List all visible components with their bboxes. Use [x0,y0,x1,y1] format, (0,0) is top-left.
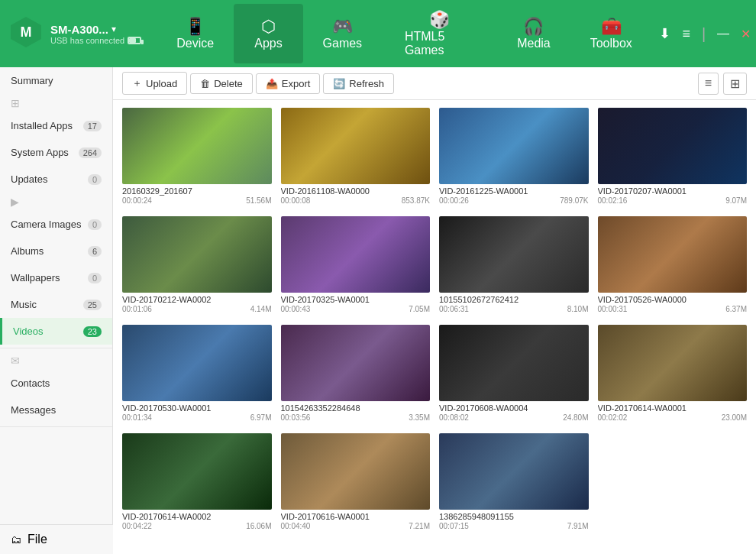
sidebar-section-comm: ✉ [0,352,112,370]
video-info: VID-20170614-WA0001 00:02:02 23.00M [598,401,748,424]
close-button[interactable]: ✕ [741,27,751,41]
nav-media-label: Media [517,37,551,50]
video-info: 10154263352284648 00:03:56 3.35M [281,401,431,424]
sidebar-item-system-apps[interactable]: System Apps 264 [0,139,112,166]
installed-apps-badge: 17 [83,121,102,131]
nav-html5[interactable]: 🎲 HTML5 Games [382,4,497,63]
video-size: 3.35M [409,413,430,422]
video-duration: 00:03:56 [281,413,311,422]
thumb-inner [122,433,272,510]
usb-status: USB has connected [50,36,124,45]
video-name: VID-20170212-WA0002 [122,295,272,304]
export-button[interactable]: 📤 Export [256,73,321,94]
video-size: 853.87K [402,196,430,205]
file-button[interactable]: 🗂 File [11,533,102,546]
separator: | [702,25,706,43]
camera-images-label: Camera Images [11,219,81,230]
video-card[interactable]: VID-20170325-WA0001 00:00:43 7.05M [281,216,431,316]
video-card[interactable]: 10154263352284648 00:03:56 3.35M [281,325,431,424]
apps-icon: ⬡ [261,17,276,37]
video-name: VID-20161108-WA0000 [281,186,431,196]
media-icon: 🎧 [523,17,544,37]
video-card[interactable]: 20160329_201607 00:00:24 51.56M [122,108,272,207]
summary-label: Summary [11,75,53,86]
video-info: VID-20170325-WA0001 00:00:43 7.05M [281,293,431,316]
sidebar-item-camera-images[interactable]: Camera Images 0 [0,211,112,238]
nav-device[interactable]: 📱 Device [157,4,234,63]
minimize-button[interactable]: — [717,27,729,40]
video-card[interactable]: VID-20170614-WA0001 00:02:02 23.00M [598,325,748,424]
video-size: 6.37M [725,305,747,313]
refresh-button[interactable]: 🔄 Refresh [323,73,394,94]
video-duration: 00:00:24 [122,196,152,205]
sidebar-item-summary[interactable]: Summary [0,67,112,94]
device-status-row: USB has connected [50,36,141,45]
sidebar-item-wallpapers[interactable]: Wallpapers 0 [0,264,112,291]
video-card[interactable]: VID-20170526-WA0000 00:00:31 6.37M [598,216,748,316]
video-card[interactable]: VID-20161225-WA0001 00:00:26 789.07K [439,108,589,207]
video-card[interactable]: VID-20170212-WA0002 00:01:06 4.14M [122,216,272,316]
thumb-inner [598,108,748,184]
video-card[interactable]: VID-20170616-WA0001 00:04:40 7.21M [281,433,431,533]
nav-apps[interactable]: ⬡ Apps [234,4,303,63]
video-duration: 00:00:08 [281,196,311,205]
sidebar-item-albums[interactable]: Albums 6 [0,238,112,264]
nav-games[interactable]: 🎮 Games [303,4,382,63]
folder-icon: 🗂 [11,533,21,546]
sidebar-item-contacts[interactable]: Contacts [0,370,112,397]
sidebar-item-music[interactable]: Music 25 [0,291,112,318]
video-name: VID-20170614-WA0001 [598,403,748,413]
sidebar-item-installed-apps[interactable]: Installed Apps 17 [0,112,112,139]
svg-text:M: M [21,24,32,40]
music-label: Music [11,299,37,310]
nav-media[interactable]: 🎧 Media [497,4,570,63]
menu-button[interactable]: ≡ [682,26,690,42]
delete-label: Delete [214,78,243,89]
system-apps-label: System Apps [11,147,69,158]
video-thumbnail [439,108,589,184]
list-view-button[interactable]: ≡ [698,73,719,95]
video-meta: 00:06:31 8.10M [439,305,589,313]
video-card[interactable]: VID-20170614-WA0002 00:04:22 16.06M [122,433,272,533]
delete-button[interactable]: 🗑 Delete [190,73,253,94]
export-icon: 📤 [266,78,278,89]
sidebar-item-updates[interactable]: Updates 0 [0,166,112,193]
video-card[interactable]: VID-20161108-WA0000 00:00:08 853.87K [281,108,431,207]
grid-view-button[interactable]: ⊞ [723,73,747,95]
videos-badge: 23 [83,326,102,337]
file-section: 🗂 File [0,524,113,554]
messages-label: Messages [11,404,56,416]
video-duration: 00:00:31 [598,305,628,313]
sidebar-item-videos[interactable]: Videos 23 [0,318,112,345]
video-card[interactable]: 1386285948091155 00:07:15 7.91M [439,433,589,533]
video-name: 20160329_201607 [122,186,272,196]
video-name: 10154263352284648 [281,403,431,413]
thumb-inner [281,433,431,510]
video-size: 23.00M [722,413,747,422]
video-size: 7.91M [567,522,589,530]
thumb-inner [439,433,589,510]
video-card[interactable]: VID-20170608-WA0004 00:08:02 24.80M [439,325,589,424]
nav-toolbox[interactable]: 🧰 Toolbox [570,4,651,63]
refresh-label: Refresh [349,78,384,89]
dropdown-arrow[interactable]: ▾ [111,24,116,34]
upload-button[interactable]: ＋ Upload [122,72,187,95]
video-card[interactable]: 10155102672762412 00:06:31 8.10M [439,216,589,316]
device-name: SM-A300... [50,23,108,36]
video-duration: 00:00:43 [281,305,311,313]
video-card[interactable]: VID-20170207-WA0001 00:02:16 9.07M [598,108,748,207]
export-label: Export [282,78,311,89]
download-button[interactable]: ⬇ [659,25,670,42]
grid-icon: ⊞ [11,97,20,109]
nav-apps-label: Apps [254,37,282,50]
video-size: 8.10M [567,305,589,313]
sidebar-item-messages[interactable]: Messages [0,397,112,423]
video-card[interactable]: VID-20170530-WA0001 00:01:34 6.97M [122,325,272,424]
video-size: 789.07K [560,196,588,205]
video-meta: 00:04:22 16.06M [122,522,272,530]
main-nav: 📱 Device ⬡ Apps 🎮 Games 🎲 HTML5 Games 🎧 … [157,4,651,63]
toolbar: ＋ Upload 🗑 Delete 📤 Export 🔄 Refresh ≡ ⊞ [113,67,756,100]
games-icon: 🎮 [332,17,353,37]
video-duration: 00:04:40 [281,522,311,530]
right-panel: ＋ Upload 🗑 Delete 📤 Export 🔄 Refresh ≡ ⊞ [113,67,756,554]
